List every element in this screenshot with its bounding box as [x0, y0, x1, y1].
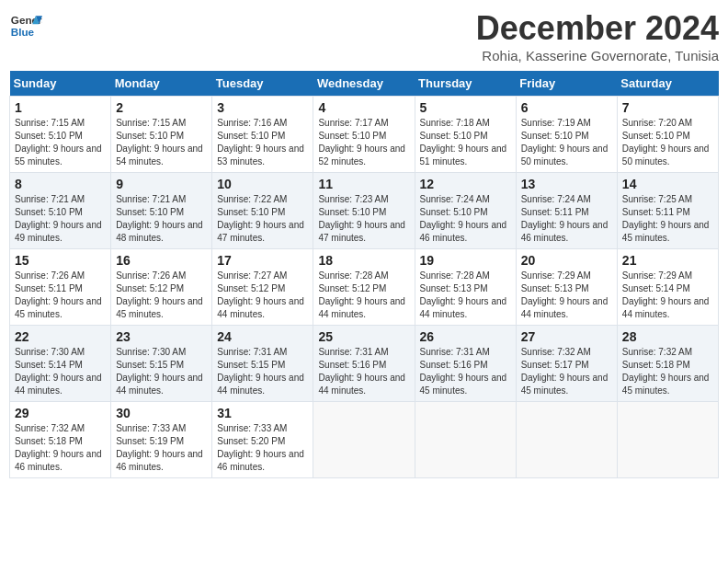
day-number: 31	[217, 406, 308, 420]
logo-icon: General Blue	[9, 9, 42, 42]
calendar-cell: 5 Sunrise: 7:18 AM Sunset: 5:10 PM Dayli…	[415, 97, 516, 173]
calendar-cell	[415, 402, 516, 478]
day-number: 2	[116, 100, 207, 115]
month-title: December 2024	[476, 9, 719, 48]
calendar-cell: 1 Sunrise: 7:15 AM Sunset: 5:10 PM Dayli…	[10, 97, 111, 173]
day-number: 17	[217, 253, 308, 268]
day-info: Sunrise: 7:32 AM Sunset: 5:18 PM Dayligh…	[622, 346, 713, 397]
day-info: Sunrise: 7:17 AM Sunset: 5:10 PM Dayligh…	[318, 117, 409, 168]
calendar-row: 15 Sunrise: 7:26 AM Sunset: 5:11 PM Dayl…	[10, 249, 719, 326]
day-info: Sunrise: 7:33 AM Sunset: 5:20 PM Dayligh…	[217, 422, 308, 474]
day-info: Sunrise: 7:21 AM Sunset: 5:10 PM Dayligh…	[116, 193, 207, 245]
day-number: 30	[116, 406, 207, 420]
day-number: 6	[521, 100, 612, 115]
calendar-cell: 27 Sunrise: 7:32 AM Sunset: 5:17 PM Dayl…	[516, 326, 617, 402]
calendar-cell: 7 Sunrise: 7:20 AM Sunset: 5:10 PM Dayli…	[617, 97, 718, 173]
calendar-cell: 16 Sunrise: 7:26 AM Sunset: 5:12 PM Dayl…	[111, 249, 212, 326]
day-info: Sunrise: 7:32 AM Sunset: 5:18 PM Dayligh…	[15, 422, 106, 474]
col-tuesday: Tuesday	[212, 71, 313, 97]
day-number: 3	[217, 100, 308, 115]
day-info: Sunrise: 7:33 AM Sunset: 5:19 PM Dayligh…	[116, 422, 207, 474]
day-info: Sunrise: 7:27 AM Sunset: 5:12 PM Dayligh…	[217, 270, 308, 321]
day-info: Sunrise: 7:19 AM Sunset: 5:10 PM Dayligh…	[521, 117, 612, 168]
day-info: Sunrise: 7:16 AM Sunset: 5:10 PM Dayligh…	[217, 117, 308, 168]
col-saturday: Saturday	[617, 71, 718, 97]
calendar-cell: 22 Sunrise: 7:30 AM Sunset: 5:14 PM Dayl…	[10, 326, 111, 402]
calendar-cell: 30 Sunrise: 7:33 AM Sunset: 5:19 PM Dayl…	[111, 402, 212, 478]
col-thursday: Thursday	[415, 71, 516, 97]
day-number: 25	[318, 329, 409, 344]
day-number: 18	[318, 253, 409, 268]
day-number: 12	[420, 177, 511, 191]
day-number: 8	[15, 177, 106, 191]
calendar-cell	[313, 402, 415, 478]
calendar-cell: 18 Sunrise: 7:28 AM Sunset: 5:12 PM Dayl…	[313, 249, 415, 326]
header-row: Sunday Monday Tuesday Wednesday Thursday…	[10, 71, 719, 97]
calendar-cell: 3 Sunrise: 7:16 AM Sunset: 5:10 PM Dayli…	[212, 97, 313, 173]
calendar-cell: 15 Sunrise: 7:26 AM Sunset: 5:11 PM Dayl…	[10, 249, 111, 326]
calendar-row: 22 Sunrise: 7:30 AM Sunset: 5:14 PM Dayl…	[10, 326, 719, 402]
day-number: 26	[420, 329, 511, 344]
day-info: Sunrise: 7:26 AM Sunset: 5:12 PM Dayligh…	[116, 270, 207, 321]
day-info: Sunrise: 7:28 AM Sunset: 5:13 PM Dayligh…	[420, 270, 511, 321]
day-number: 29	[15, 406, 106, 420]
calendar-cell: 9 Sunrise: 7:21 AM Sunset: 5:10 PM Dayli…	[111, 173, 212, 249]
day-number: 23	[116, 329, 207, 344]
day-number: 16	[116, 253, 207, 268]
day-info: Sunrise: 7:24 AM Sunset: 5:11 PM Dayligh…	[521, 193, 612, 245]
calendar-cell: 29 Sunrise: 7:32 AM Sunset: 5:18 PM Dayl…	[10, 402, 111, 478]
calendar-cell: 23 Sunrise: 7:30 AM Sunset: 5:15 PM Dayl…	[111, 326, 212, 402]
calendar-row: 29 Sunrise: 7:32 AM Sunset: 5:18 PM Dayl…	[10, 402, 719, 478]
day-info: Sunrise: 7:30 AM Sunset: 5:14 PM Dayligh…	[15, 346, 106, 397]
day-info: Sunrise: 7:31 AM Sunset: 5:16 PM Dayligh…	[318, 346, 409, 397]
day-number: 22	[15, 329, 106, 344]
col-monday: Monday	[111, 71, 212, 97]
svg-text:Blue: Blue	[11, 26, 35, 38]
calendar-cell: 13 Sunrise: 7:24 AM Sunset: 5:11 PM Dayl…	[516, 173, 617, 249]
day-number: 27	[521, 329, 612, 344]
day-info: Sunrise: 7:22 AM Sunset: 5:10 PM Dayligh…	[217, 193, 308, 245]
day-info: Sunrise: 7:26 AM Sunset: 5:11 PM Dayligh…	[15, 270, 106, 321]
calendar-row: 1 Sunrise: 7:15 AM Sunset: 5:10 PM Dayli…	[10, 97, 719, 173]
day-info: Sunrise: 7:20 AM Sunset: 5:10 PM Dayligh…	[622, 117, 713, 168]
logo: General Blue	[9, 9, 42, 42]
calendar-cell: 19 Sunrise: 7:28 AM Sunset: 5:13 PM Dayl…	[415, 249, 516, 326]
day-number: 5	[420, 100, 511, 115]
calendar-cell: 8 Sunrise: 7:21 AM Sunset: 5:10 PM Dayli…	[10, 173, 111, 249]
day-number: 14	[622, 177, 713, 191]
day-number: 21	[622, 253, 713, 268]
col-friday: Friday	[516, 71, 617, 97]
calendar-cell: 26 Sunrise: 7:31 AM Sunset: 5:16 PM Dayl…	[415, 326, 516, 402]
calendar-cell: 17 Sunrise: 7:27 AM Sunset: 5:12 PM Dayl…	[212, 249, 313, 326]
day-number: 19	[420, 253, 511, 268]
day-number: 9	[116, 177, 207, 191]
calendar-cell: 10 Sunrise: 7:22 AM Sunset: 5:10 PM Dayl…	[212, 173, 313, 249]
header: General Blue December 2024 Rohia, Kasser…	[9, 9, 719, 63]
day-info: Sunrise: 7:21 AM Sunset: 5:10 PM Dayligh…	[15, 193, 106, 245]
title-area: December 2024 Rohia, Kasserine Governora…	[476, 9, 719, 63]
day-number: 1	[15, 100, 106, 115]
day-info: Sunrise: 7:31 AM Sunset: 5:16 PM Dayligh…	[420, 346, 511, 397]
day-info: Sunrise: 7:15 AM Sunset: 5:10 PM Dayligh…	[116, 117, 207, 168]
day-info: Sunrise: 7:31 AM Sunset: 5:15 PM Dayligh…	[217, 346, 308, 397]
day-info: Sunrise: 7:15 AM Sunset: 5:10 PM Dayligh…	[15, 117, 106, 168]
day-info: Sunrise: 7:29 AM Sunset: 5:13 PM Dayligh…	[521, 270, 612, 321]
calendar-cell: 21 Sunrise: 7:29 AM Sunset: 5:14 PM Dayl…	[617, 249, 718, 326]
calendar-cell: 25 Sunrise: 7:31 AM Sunset: 5:16 PM Dayl…	[313, 326, 415, 402]
calendar-cell: 20 Sunrise: 7:29 AM Sunset: 5:13 PM Dayl…	[516, 249, 617, 326]
day-number: 10	[217, 177, 308, 191]
location-title: Rohia, Kasserine Governorate, Tunisia	[476, 48, 719, 63]
day-info: Sunrise: 7:28 AM Sunset: 5:12 PM Dayligh…	[318, 270, 409, 321]
col-sunday: Sunday	[10, 71, 111, 97]
day-number: 15	[15, 253, 106, 268]
day-info: Sunrise: 7:24 AM Sunset: 5:10 PM Dayligh…	[420, 193, 511, 245]
day-number: 11	[318, 177, 409, 191]
calendar-cell: 28 Sunrise: 7:32 AM Sunset: 5:18 PM Dayl…	[617, 326, 718, 402]
calendar-cell: 6 Sunrise: 7:19 AM Sunset: 5:10 PM Dayli…	[516, 97, 617, 173]
calendar-cell: 14 Sunrise: 7:25 AM Sunset: 5:11 PM Dayl…	[617, 173, 718, 249]
day-number: 20	[521, 253, 612, 268]
day-number: 28	[622, 329, 713, 344]
day-info: Sunrise: 7:18 AM Sunset: 5:10 PM Dayligh…	[420, 117, 511, 168]
day-info: Sunrise: 7:32 AM Sunset: 5:17 PM Dayligh…	[521, 346, 612, 397]
day-number: 7	[622, 100, 713, 115]
